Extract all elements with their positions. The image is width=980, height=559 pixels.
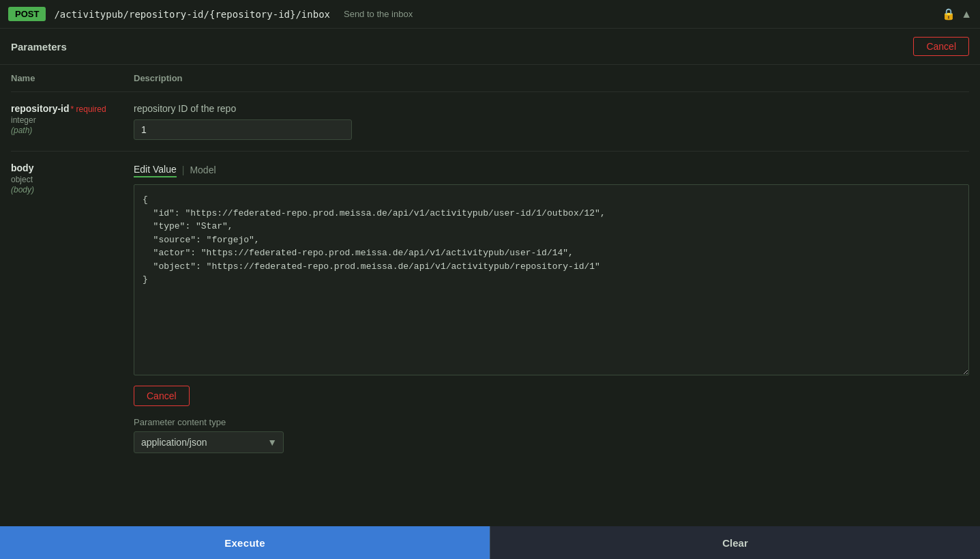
body-param-type: object [11, 175, 134, 184]
endpoint-description: Send to the inbox [344, 9, 413, 19]
content-type-select[interactable]: application/json application/xml text/pl… [134, 431, 284, 453]
param-location: (path) [11, 126, 134, 135]
body-param-name: body [11, 162, 134, 173]
bottom-bar: Execute Clear [0, 526, 980, 559]
parameters-title: Parameters [11, 41, 67, 53]
content-type-label: Parameter content type [134, 417, 969, 427]
edit-tabs: Edit Value | Model [134, 162, 969, 177]
param-row-repository-id: repository-id* required integer (path) r… [11, 92, 969, 152]
collapse-icon[interactable]: ▲ [961, 8, 972, 20]
body-param-location: (body) [11, 185, 134, 195]
endpoint-path: /activitypub/repository-id/{repository-i… [54, 9, 330, 20]
param-name-label: repository-id* required [11, 103, 134, 114]
main-content: Name Description repository-id* required… [0, 65, 980, 475]
content-type-select-wrap: application/json application/xml text/pl… [134, 431, 284, 453]
param-row-body: body object (body) Edit Value | Model { … [11, 152, 969, 475]
execute-button[interactable]: Execute [0, 526, 490, 559]
col-description-header: Description [134, 73, 969, 83]
method-badge: POST [8, 7, 46, 21]
parameters-header: Parameters Cancel [0, 29, 980, 65]
body-name-col: body object (body) [11, 162, 134, 464]
body-json-textarea[interactable]: { "id": "https://federated-repo.prod.mei… [134, 184, 969, 375]
required-badge: * required [71, 104, 106, 114]
tab-divider: | [182, 164, 185, 175]
tab-edit-value[interactable]: Edit Value [134, 162, 177, 177]
cancel-button-top[interactable]: Cancel [913, 37, 969, 56]
param-name-col: repository-id* required integer (path) [11, 103, 134, 135]
table-header: Name Description [11, 65, 969, 92]
clear-button[interactable]: Clear [490, 526, 980, 559]
repository-id-input[interactable] [134, 119, 352, 140]
top-bar-right: 🔒 ▲ [942, 8, 972, 20]
param-name-text: repository-id [11, 103, 70, 114]
body-desc-col: Edit Value | Model { "id": "https://fede… [134, 162, 969, 464]
col-name-header: Name [11, 73, 134, 83]
param-desc-col: repository ID of the repo [134, 103, 969, 140]
content-type-section: Parameter content type application/json … [134, 417, 969, 464]
lock-icon[interactable]: 🔒 [942, 8, 955, 20]
cancel-button-form[interactable]: Cancel [134, 386, 190, 406]
param-description-text: repository ID of the repo [134, 103, 969, 114]
tab-model[interactable]: Model [190, 164, 216, 175]
top-bar: POST /activitypub/repository-id/{reposit… [0, 0, 980, 29]
param-type: integer [11, 115, 134, 125]
